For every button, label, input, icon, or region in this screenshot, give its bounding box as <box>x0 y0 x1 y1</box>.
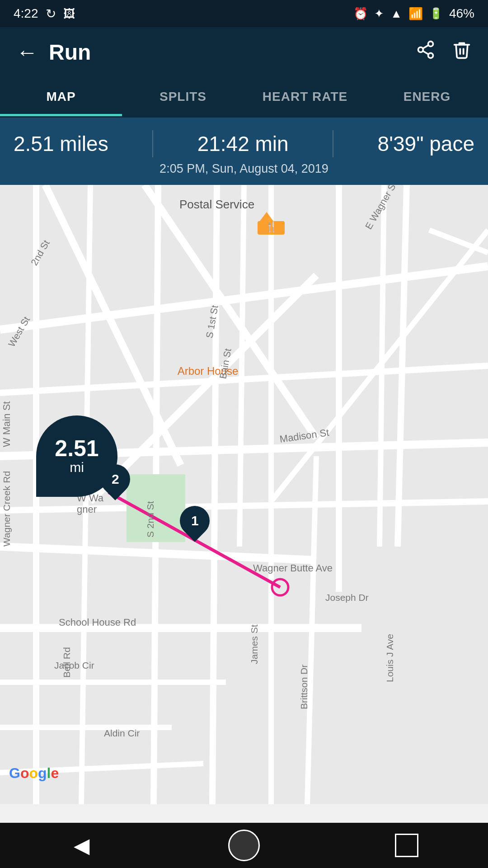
svg-text:School House Rd: School House Rd <box>59 617 136 628</box>
map-container[interactable]: 🍴 Postal Service Arbor House Madison St … <box>0 185 488 804</box>
stat-pace: 8'39" pace <box>378 132 474 156</box>
stats-bar: 2.51 miles 21:42 min 8'39" pace 2:05 PM,… <box>0 118 488 185</box>
tab-bar: MAP SPLITS HEART RATE ENERG <box>0 77 488 118</box>
svg-line-4 <box>423 45 429 48</box>
distance-bubble-value: 2.51 <box>55 437 99 460</box>
back-button[interactable]: ← <box>16 40 38 65</box>
bluetooth-icon: ✦ <box>374 7 384 21</box>
svg-text:Wagner Creek Rd: Wagner Creek Rd <box>1 471 12 547</box>
delete-button[interactable] <box>452 40 472 64</box>
tab-heart-rate[interactable]: HEART RATE <box>244 77 366 116</box>
svg-line-19 <box>212 185 217 804</box>
svg-text:James St: James St <box>249 624 259 664</box>
share-button[interactable] <box>416 40 436 64</box>
distance-bubble-unit: mi <box>70 460 84 475</box>
stat-divider-2 <box>333 130 333 157</box>
alarm-icon: ⏰ <box>353 7 368 21</box>
tab-splits[interactable]: SPLITS <box>122 77 244 116</box>
signal-icon: 📶 <box>408 7 423 21</box>
page-title: Run <box>49 40 91 65</box>
svg-text:Jacob Cir: Jacob Cir <box>54 660 94 670</box>
svg-text:Joseph Dr: Joseph Dr <box>325 592 369 603</box>
svg-text:gner: gner <box>77 504 97 515</box>
stat-distance: 2.51 miles <box>14 132 108 156</box>
tab-map[interactable]: MAP <box>0 77 122 116</box>
tab-energy[interactable]: ENERG <box>366 77 488 116</box>
svg-text:Wagner Butte Ave: Wagner Butte Ave <box>253 562 333 574</box>
nav-back-button[interactable]: ◀ <box>63 827 99 863</box>
bottom-nav: ◀ <box>0 823 488 868</box>
battery-percent: 46% <box>449 6 474 21</box>
svg-text:Aldin Cir: Aldin Cir <box>104 728 140 738</box>
status-bar: 4:22 ↻ 🖼 ⏰ ✦ ▲ 📶 🔋 46% <box>0 0 488 27</box>
google-logo: Google <box>9 765 59 782</box>
stats-datetime: 2:05 PM, Sun, August 04, 2019 <box>14 162 474 176</box>
stat-divider-1 <box>152 130 153 157</box>
nav-home-button[interactable] <box>226 827 262 863</box>
svg-text:Postal Service: Postal Service <box>179 198 254 211</box>
svg-line-3 <box>423 51 429 54</box>
wifi-icon: ▲ <box>390 7 402 21</box>
nav-recents-button[interactable] <box>389 827 425 863</box>
sync-icon: ↻ <box>46 6 56 21</box>
battery-icon: 🔋 <box>429 7 443 20</box>
svg-text:Brittson Dr: Brittson Dr <box>299 665 309 709</box>
stat-duration: 21:42 min <box>197 132 289 156</box>
recents-square-icon <box>395 834 418 857</box>
svg-text:W Main St: W Main St <box>1 401 12 447</box>
image-icon: 🖼 <box>63 7 75 21</box>
status-time: 4:22 <box>14 6 38 21</box>
header: ← Run <box>0 27 488 77</box>
svg-text:S 2nd St: S 2nd St <box>145 501 155 538</box>
home-circle-icon <box>228 830 260 861</box>
svg-text:🍴: 🍴 <box>265 221 278 233</box>
svg-text:Louis J Ave: Louis J Ave <box>385 634 395 682</box>
